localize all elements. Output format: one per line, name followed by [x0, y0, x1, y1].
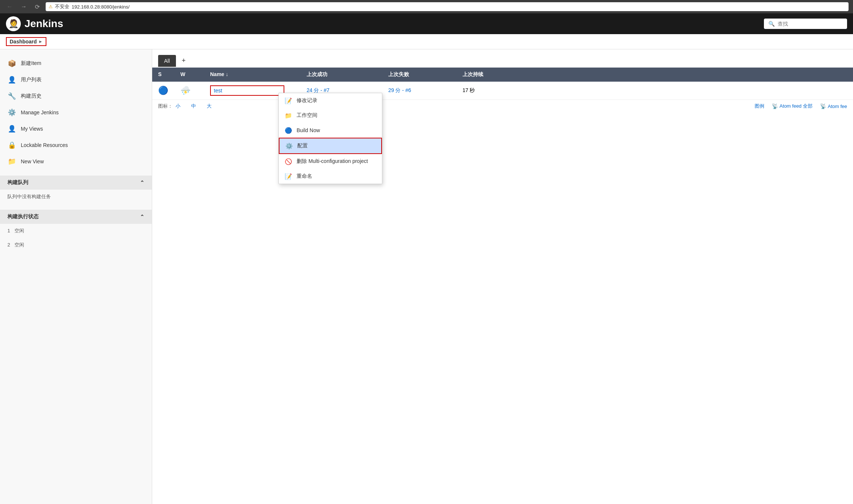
last-fail-text[interactable]: 29 分 - #6 [388, 87, 411, 93]
reload-button[interactable]: ⟳ [33, 3, 42, 11]
search-input[interactable] [778, 21, 843, 27]
context-menu: 📝 修改记录 📁 工作空间 🔵 Build Now ⚙️ 配置 🚫 [278, 93, 382, 184]
sidebar-item-new-item[interactable]: 📦 新建Item [0, 55, 152, 72]
table-header: S W Name ↓ 上次成功 上次失败 上次持续 [152, 68, 853, 82]
footer-links: 图例 📡 Atom feed 全部 📡 Atom fee [755, 103, 847, 109]
tabs-bar: All + [152, 49, 853, 68]
security-warning-icon: ⚠ [49, 4, 53, 9]
breadcrumb-chevron: ► [38, 39, 43, 44]
user-list-icon: 👤 [7, 75, 16, 84]
build-queue-section: 构建队列 ⌃ [0, 176, 152, 190]
manage-jenkins-icon: ⚙️ [7, 108, 16, 117]
my-views-icon: 👤 [7, 124, 16, 133]
main-layout: 📦 新建Item 👤 用户列表 🔧 构建历史 ⚙️ Manage Jenkins… [0, 49, 853, 504]
rss-icon-1: 📡 [772, 103, 778, 109]
build-queue-title: 构建队列 [7, 179, 28, 186]
tab-add[interactable]: + [177, 54, 190, 68]
configure-label: 配置 [297, 143, 308, 149]
project-name-input[interactable] [210, 85, 284, 96]
col-header-duration: 上次持续 [463, 71, 847, 78]
footer-atom-feed-link[interactable]: 📡 Atom fee [820, 103, 847, 109]
build-now-icon: 🔵 [285, 127, 292, 134]
lockable-resources-icon: 🔒 [7, 141, 16, 150]
sidebar-item-build-history[interactable]: 🔧 构建历史 [0, 88, 152, 104]
build-executor-title: 构建执行状态 [7, 213, 39, 220]
col-header-fail: 上次失败 [388, 71, 463, 78]
security-warning-text: 不安全 [55, 3, 69, 10]
row-duration: 17 秒 [463, 87, 847, 94]
breadcrumb-bar: Dashboard ► [0, 34, 853, 49]
executor-2-status: 空闲 [14, 242, 24, 248]
build-queue-empty: 队列中没有构建任务 [7, 194, 51, 199]
weather-storm-icon: ⛈️ [180, 86, 190, 95]
footer-size-sep-1 [183, 103, 188, 109]
build-queue-collapse-icon[interactable]: ⌃ [140, 180, 144, 186]
edit-history-icon: 📝 [285, 97, 292, 104]
rename-label: 重命名 [297, 173, 312, 180]
rss-icon-2: 📡 [820, 103, 826, 109]
sidebar-item-user-list-label: 用户列表 [21, 76, 42, 83]
build-history-icon: 🔧 [7, 92, 16, 101]
sidebar-item-my-views[interactable]: 👤 My Views [0, 121, 152, 137]
sidebar-item-lockable-resources[interactable]: 🔒 Lockable Resources [0, 137, 152, 153]
footer-size-large[interactable]: 大 [207, 103, 212, 109]
context-menu-build-now[interactable]: 🔵 Build Now [279, 123, 382, 138]
build-executor-section: 构建执行状态 ⌃ [0, 210, 152, 224]
url-text: 192.168.0.28:8080/jenkins/ [72, 4, 130, 10]
build-executor-2: 2 空闲 [0, 238, 152, 252]
context-menu-configure[interactable]: ⚙️ 配置 [279, 138, 382, 154]
breadcrumb-dashboard-label: Dashboard [10, 39, 37, 45]
sidebar-item-new-view[interactable]: 📁 New View [0, 153, 152, 170]
footer-atom-feed-all-link[interactable]: 📡 Atom feed 全部 [772, 103, 813, 109]
footer-size-small[interactable]: 小 [176, 103, 180, 109]
context-menu-delete[interactable]: 🚫 删除 Multi-configuration project [279, 154, 382, 169]
search-icon: 🔍 [768, 21, 775, 27]
footer-size-sep-2 [199, 103, 204, 109]
col-header-w: W [180, 71, 210, 78]
sidebar-item-manage-jenkins[interactable]: ⚙️ Manage Jenkins [0, 104, 152, 121]
jenkins-logo[interactable]: 🤵 Jenkins [6, 16, 63, 31]
col-header-success: 上次成功 [307, 71, 388, 78]
executor-1-id: 1 [7, 228, 10, 233]
build-queue-content: 队列中没有构建任务 [0, 190, 152, 204]
table-row: 🔵 ⛈️ 24 分 - #7 29 分 - #6 17 秒 📝 修改记录 [152, 82, 853, 100]
row-status: 🔵 [158, 86, 180, 95]
col-header-s: S [158, 71, 180, 78]
sidebar-item-user-list[interactable]: 👤 用户列表 [0, 72, 152, 88]
breadcrumb-dashboard[interactable]: Dashboard ► [6, 37, 46, 46]
content-area: All + S W Name ↓ 上次成功 上次失败 上次持续 🔵 ⛈️ [152, 49, 853, 504]
footer-bar: 图标： 小 中 大 图例 📡 Atom feed 全部 📡 Atom fee [152, 100, 853, 112]
sidebar-item-build-history-label: 构建历史 [21, 93, 42, 99]
executor-2-id: 2 [7, 242, 10, 248]
status-blue-icon: 🔵 [158, 86, 168, 95]
sidebar-item-lockable-resources-label: Lockable Resources [21, 142, 68, 148]
footer-legend-link[interactable]: 图例 [755, 103, 764, 109]
workspace-label: 工作空间 [297, 112, 317, 119]
configure-icon: ⚙️ [285, 142, 293, 150]
context-menu-rename[interactable]: 📝 重命名 [279, 169, 382, 184]
back-button[interactable]: ← [4, 3, 15, 11]
browser-chrome: ← → ⟳ ⚠ 不安全 192.168.0.28:8080/jenkins/ [0, 0, 853, 13]
edit-history-label: 修改记录 [297, 97, 317, 104]
col-header-name: Name ↓ [210, 71, 307, 78]
context-menu-workspace[interactable]: 📁 工作空间 [279, 108, 382, 123]
forward-button[interactable]: → [19, 3, 29, 11]
sidebar-item-my-views-label: My Views [21, 126, 43, 132]
tab-all[interactable]: All [158, 55, 176, 67]
row-fail: 29 分 - #6 [388, 87, 463, 94]
tab-all-label: All [164, 58, 170, 64]
tab-add-label: + [182, 57, 186, 64]
jenkins-logo-icon: 🤵 [6, 16, 21, 31]
new-item-icon: 📦 [7, 59, 16, 68]
jenkins-header: 🤵 Jenkins 🔍 [0, 13, 853, 34]
build-now-label: Build Now [297, 127, 320, 133]
footer-size-medium[interactable]: 中 [191, 103, 196, 109]
context-menu-edit-history[interactable]: 📝 修改记录 [279, 93, 382, 108]
build-executor-1: 1 空闲 [0, 224, 152, 238]
build-executor-collapse-icon[interactable]: ⌃ [140, 214, 144, 220]
last-success-text[interactable]: 24 分 - #7 [307, 87, 329, 93]
row-weather: ⛈️ [180, 86, 210, 95]
address-bar[interactable]: ⚠ 不安全 192.168.0.28:8080/jenkins/ [46, 2, 849, 11]
executor-1-status: 空闲 [14, 228, 24, 233]
workspace-icon: 📁 [285, 112, 292, 119]
